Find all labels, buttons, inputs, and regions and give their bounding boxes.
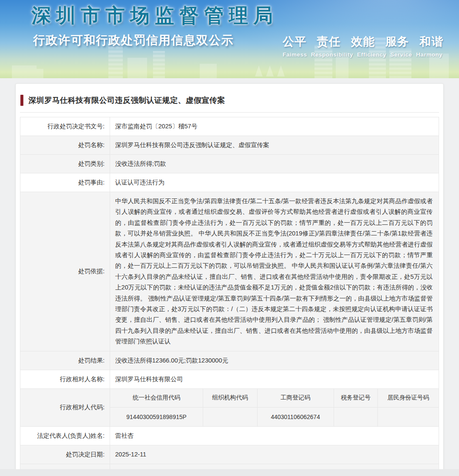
- banner-values: 公平 责任 效能 服务 和谐 Faimess Responsibility Ef…: [283, 34, 444, 58]
- row-penalty-category: 处罚类别: 没收违法所得;罚款: [20, 155, 439, 173]
- skyline-building: [37, 69, 43, 78]
- code-value: 440301106062674: [257, 408, 334, 426]
- code-header: 工商登记码: [257, 389, 334, 408]
- field-value: 没收违法所得12366.00元;罚款1230000元: [110, 351, 439, 370]
- row-decision-date: 处罚决定日期: 2025-12-11: [20, 445, 439, 464]
- field-value: 认证认可违法行为: [110, 173, 439, 192]
- code-header: 税务登记号: [334, 389, 378, 408]
- field-label: 行政处罚决定书文号:: [20, 117, 110, 136]
- field-label: 处罚类别:: [20, 155, 110, 173]
- row-party-codes: 行政相对人代码: 统一社会信用代码 组织机构代码 工商登记码 税务登记号 居民身…: [20, 389, 439, 427]
- row-penalty-reason: 处罚事由: 认证认可违法行为: [20, 173, 439, 192]
- penalty-info-table: 行政处罚决定书文号: 深市监南处罚〔2025〕稽57号 处罚名称: 深圳罗马仕科…: [20, 117, 439, 476]
- row-party-name: 行政相对人名称: 深圳罗马仕科技有限公司: [20, 370, 439, 389]
- field-label: 行政相对人名称:: [20, 370, 110, 388]
- field-label: 处罚依据:: [20, 192, 110, 351]
- code-value: 91440300591898915P: [110, 408, 203, 426]
- case-title: 深圳罗马仕科技有限公司违反强制认证规定、虚假宣传案: [28, 95, 225, 105]
- row-doc-number: 行政处罚决定书文号: 深市监南处罚〔2025〕稽57号: [20, 117, 439, 136]
- row-penalty-name: 处罚名称: 深圳罗马仕科技有限公司违反强制认证规定、虚假宣传案: [20, 136, 439, 155]
- field-value: 中华人民共和国反不正当竞争法/第四章法律责任/第二十五条/第一款经营者违反本法第…: [110, 192, 439, 351]
- field-label: 处罚名称:: [20, 136, 110, 154]
- row-penalty-result: 处罚结果: 没收违法所得12366.00元;罚款1230000元: [20, 351, 439, 370]
- header-banner: 深圳市市场监督管理局 行政许可和行政处罚信用信息双公示 公平 责任 效能 服务 …: [0, 0, 459, 78]
- field-value: 雷社杏: [110, 427, 439, 445]
- party-codes-table: 统一社会信用代码 组织机构代码 工商登记码 税务登记号 居民身份证号码 9144…: [110, 389, 439, 426]
- code-header: 组织机构代码: [203, 389, 257, 408]
- title-marker: [20, 95, 23, 106]
- page-footer: [0, 469, 459, 476]
- row-legal-representative: 法定代表人(负责人)姓名: 雷社杏: [20, 427, 439, 445]
- field-label: 处罚事由:: [20, 173, 110, 192]
- field-label: 处罚结果:: [20, 351, 110, 370]
- code-header: 居民身份证号码: [377, 389, 439, 408]
- case-header: 深圳罗马仕科技有限公司违反强制认证规定、虚假宣传案: [20, 88, 439, 113]
- field-value: 深市监南处罚〔2025〕稽57号: [110, 117, 439, 136]
- field-label: 法定代表人(负责人)姓名:: [20, 427, 110, 445]
- skyline-building: [128, 58, 147, 78]
- skyline-building: [153, 51, 165, 78]
- banner-values-en: Faimess Responsibility Efficiency Servic…: [283, 51, 444, 58]
- code-value: [203, 408, 257, 426]
- content-card: 深圳罗马仕科技有限公司违反强制认证规定、虚假宣传案 行政处罚决定书文号: 深市监…: [15, 83, 444, 476]
- agency-title: 深圳市市场监督管理局: [31, 3, 278, 29]
- skyline-building: [200, 64, 217, 78]
- code-header: 统一社会信用代码: [110, 389, 203, 408]
- skyline-tree: [255, 65, 263, 76]
- field-value: 深圳罗马仕科技有限公司: [110, 370, 439, 388]
- field-value: 没收违法所得;罚款: [110, 155, 439, 173]
- banner-subtitle: 行政许可和行政处罚信用信息双公示: [33, 32, 234, 48]
- field-value: 深圳罗马仕科技有限公司违反强制认证规定、虚假宣传案: [110, 136, 439, 154]
- skyline-building: [336, 56, 348, 78]
- field-value: 2025-12-11: [110, 445, 439, 464]
- row-penalty-basis: 处罚依据: 中华人民共和国反不正当竞争法/第四章法律责任/第二十五条/第一款经营…: [20, 192, 439, 351]
- field-label: 行政相对人代码:: [20, 389, 110, 426]
- field-label: 处罚决定日期:: [20, 445, 110, 464]
- skyline-tree: [277, 65, 285, 76]
- code-value: [377, 408, 439, 426]
- skyline-tree: [266, 65, 274, 76]
- banner-values-cn: 公平 责任 效能 服务 和谐: [283, 34, 444, 49]
- skyline-truck-shape: [12, 65, 37, 78]
- code-value: [334, 408, 378, 426]
- codes-grid: 统一社会信用代码 组织机构代码 工商登记码 税务登记号 居民身份证号码 9144…: [110, 389, 439, 426]
